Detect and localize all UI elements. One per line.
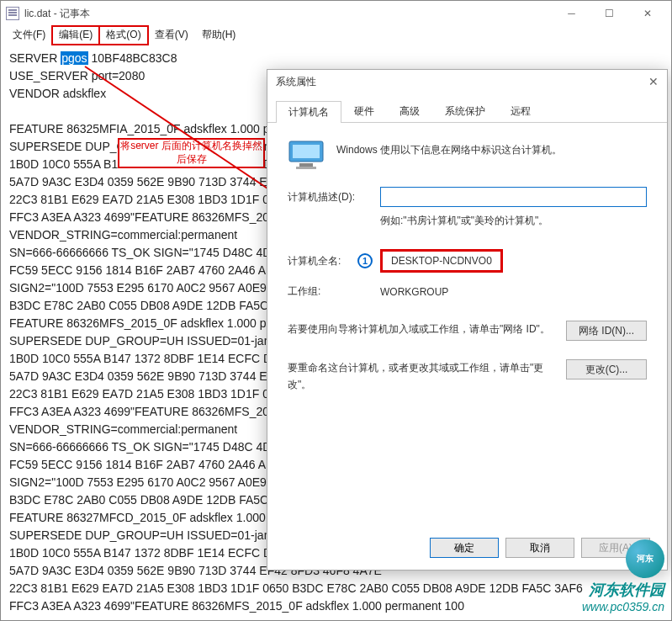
fullname-highlight: 1 DESKTOP-NCDNVO0 — [380, 249, 503, 273]
close-button[interactable]: ✕ — [628, 1, 666, 26]
notepad-titlebar: lic.dat - 记事本 ─ ☐ ✕ — [1, 1, 671, 26]
selected-text: pgos — [61, 51, 87, 65]
menu-file[interactable]: 文件(F) — [6, 26, 52, 45]
menu-edit[interactable]: 编辑(E) — [52, 26, 99, 45]
dialog-titlebar: 系统属性 ✕ — [267, 70, 667, 93]
fullname-value: DESKTOP-NCDNVO0 — [391, 255, 492, 267]
rename-text: 要重命名这台计算机，或者更改其域或工作组，请单击"更改"。 — [288, 359, 566, 394]
system-properties-dialog: 系统属性 ✕ 计算机名 硬件 高级 系统保护 远程 Windows 使用以下信息… — [267, 69, 668, 571]
description-label: 计算机描述(D): — [288, 190, 380, 204]
menu-help[interactable]: 帮助(H) — [195, 26, 243, 45]
cancel-button[interactable]: 取消 — [505, 538, 574, 558]
minimize-button[interactable]: ─ — [553, 1, 590, 26]
watermark-logo-icon: 河东 — [626, 539, 664, 578]
window-title: lic.dat - 记事本 — [24, 7, 90, 21]
maximize-button[interactable]: ☐ — [590, 1, 628, 26]
menubar: 文件(F) 编辑(E) 格式(O) 查看(V) 帮助(H) — [1, 26, 671, 45]
workgroup-value: WORKGROUP — [380, 286, 647, 298]
info-text: Windows 使用以下信息在网络中标识这台计算机。 — [336, 140, 647, 157]
tab-strip: 计算机名 硬件 高级 系统保护 远程 — [267, 93, 667, 123]
annotation-callout: 将server 后面的计算机名换掉然后保存 — [118, 138, 265, 168]
description-input[interactable] — [380, 187, 647, 207]
tab-system-protection[interactable]: 系统保护 — [432, 100, 498, 122]
network-id-button[interactable]: 网络 ID(N)... — [566, 321, 647, 341]
svg-rect-3 — [299, 163, 313, 167]
svg-rect-2 — [293, 145, 320, 158]
workgroup-label: 工作组: — [288, 284, 380, 299]
computer-icon — [288, 140, 325, 170]
description-hint: 例如:"书房计算机"或"美玲的计算机"。 — [380, 214, 647, 228]
tab-advanced[interactable]: 高级 — [387, 100, 432, 122]
svg-rect-4 — [296, 167, 316, 169]
annotation-badge-1: 1 — [357, 253, 373, 268]
tab-remote[interactable]: 远程 — [498, 100, 543, 122]
tab-computer-name[interactable]: 计算机名 — [276, 101, 341, 123]
watermark: 河东 河东软件园 www.pc0359.cn — [582, 539, 664, 613]
dialog-close-icon[interactable]: ✕ — [648, 75, 659, 88]
watermark-url: www.pc0359.cn — [582, 600, 664, 613]
tab-hardware[interactable]: 硬件 — [341, 100, 387, 122]
menu-view[interactable]: 查看(V) — [148, 26, 195, 45]
notepad-icon — [6, 7, 19, 20]
change-button[interactable]: 更改(C)... — [566, 359, 647, 380]
menu-format[interactable]: 格式(O) — [99, 26, 147, 45]
network-id-text: 若要使用向导将计算机加入域或工作组，请单击"网络 ID"。 — [288, 321, 566, 337]
watermark-name: 河东软件园 — [582, 580, 664, 600]
ok-button[interactable]: 确定 — [430, 538, 499, 558]
